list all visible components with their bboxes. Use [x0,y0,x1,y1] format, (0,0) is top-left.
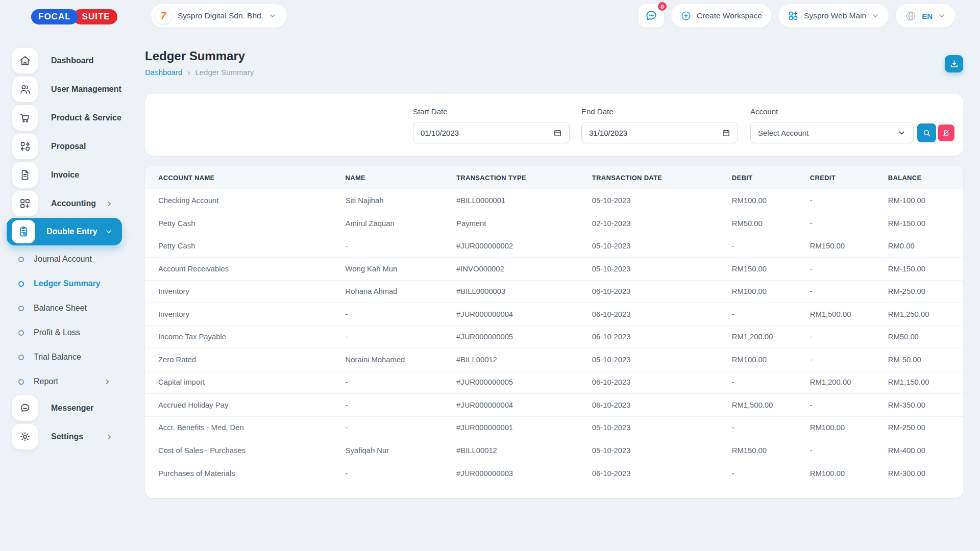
company-selector[interactable]: 7 Syspro Digital Sdn. Bhd. [151,4,287,28]
sidebar-subitem-ledger-summary[interactable]: Ledger Summary [0,271,129,296]
table-row[interactable]: Cost of Sales - Purchases Syafiqah Nur #… [145,439,963,462]
messages-button[interactable]: 0 [639,4,664,28]
table-row[interactable]: Account Receivables Wong Kah Mun #INVO00… [145,258,963,281]
bullet-icon [18,306,24,311]
home-icon [12,48,38,73]
cell-name: - [334,303,445,326]
sidebar-subitem-trial-balance[interactable]: Trial Balance [0,345,129,369]
cell-debit: RM100.00 [721,280,799,303]
clear-filter-button[interactable] [938,124,954,141]
workspace-selector[interactable]: Syspro Web Main [778,4,889,28]
sidebar-subitem-profit-loss[interactable]: Profit & Loss [0,320,129,345]
cell-debit: RM1,200.00 [721,325,799,348]
gear-icon [12,424,38,449]
column-header-transaction-type: TRANSACTION TYPE [445,166,581,189]
cell-transaction-date: 06-10-2023 [581,303,721,326]
cell-balance: RM-250.00 [877,280,963,303]
workspace-grid-icon [788,10,799,21]
sidebar-item-dashboard[interactable]: Dashboard [0,46,129,75]
language-selector[interactable]: EN [896,4,955,28]
table-row[interactable]: Inventory Rohana Ahmad #BILL0000003 06-1… [145,280,963,303]
bullet-icon [18,281,24,287]
table-row[interactable]: Checking Account Siti Najihah #BILL00000… [145,189,963,212]
table-row[interactable]: Accrued Holiday Pay - #JUR000000004 06-1… [145,394,963,417]
sidebar-item-double-entry[interactable]: Double Entry [7,218,122,245]
breadcrumb-separator: › [187,68,190,77]
cell-name: - [334,235,445,258]
cell-account-name: Accrued Holiday Pay [145,394,334,417]
chevron-down-icon [871,12,879,20]
sidebar-item-messenger[interactable]: Messenger [0,394,129,422]
cell-credit: RM100.00 [799,416,877,439]
calendar-icon [553,129,562,137]
table-row[interactable]: Inventory - #JUR000000004 06-10-2023 - R… [145,303,963,326]
cell-transaction-type: #INVO000002 [445,258,581,281]
bullet-icon [18,355,24,360]
cell-name: Siti Najihah [334,189,445,212]
cell-debit: - [721,416,799,439]
cell-transaction-date: 06-10-2023 [581,462,721,485]
chevron-down-icon [897,129,906,137]
company-name: Syspro Digital Sdn. Bhd. [178,11,263,20]
cell-transaction-date: 05-10-2023 [581,235,721,258]
cell-name: - [334,462,445,485]
cell-credit: - [799,439,877,462]
bullet-icon [18,257,24,262]
export-download-button[interactable] [945,55,963,72]
create-workspace-button[interactable]: Create Workspace [671,4,771,28]
sidebar-subitem-label: Report [34,377,58,386]
cell-name: Rohana Ahmad [334,280,445,303]
cell-transaction-date: 05-10-2023 [581,189,721,212]
end-date-input[interactable]: 31/10/2023 [581,122,738,143]
sidebar-item-proposal[interactable]: Proposal [0,132,129,161]
cell-balance: RM0.00 [877,235,963,258]
sidebar-subitem-balance-sheet[interactable]: Balance Sheet [0,296,129,320]
sidebar-subitem-label: Trial Balance [34,353,81,362]
clipboard-icon [12,220,35,243]
column-header-debit: DEBIT [721,166,799,189]
chevron-right-icon [104,378,111,386]
sidebar-item-accounting[interactable]: Accounting [0,189,129,218]
cell-balance: RM-300.00 [877,462,963,485]
sidebar-item-label: Proposal [51,142,86,151]
cell-transaction-type: #JUR000000005 [445,325,581,348]
cell-balance: RM-150.00 [877,258,963,281]
cell-debit: - [721,462,799,485]
cell-balance: RM50.00 [877,325,963,348]
cell-credit: RM1,500.00 [799,303,877,326]
table-row[interactable]: Zero Rated Noraini Mohamed #BILL00012 05… [145,348,963,371]
sidebar-subitem-journal-account[interactable]: Journal Account [0,247,129,271]
cell-transaction-type: #BILL0000001 [445,189,581,212]
cell-debit: RM100.00 [721,189,799,212]
cell-credit: - [799,325,877,348]
page-title: Ledger Summary [145,49,963,63]
proposal-icon [12,134,38,159]
cell-balance: RM-400.00 [877,439,963,462]
table-row[interactable]: Capital import - #JUR000000005 06-10-202… [145,371,963,394]
sidebar-item-user-management[interactable]: User Management [0,75,129,104]
breadcrumb-dashboard-link[interactable]: Dashboard [145,68,182,77]
company-logo-icon: 7 [154,7,173,25]
table-row[interactable]: Purchases of Materials - #JUR000000003 0… [145,462,963,485]
cell-transaction-date: 06-10-2023 [581,280,721,303]
table-row[interactable]: Petty Cash Amirul Zaquan Payment 02-10-2… [145,212,963,235]
table-row[interactable]: Petty Cash - #JUR000000002 05-10-2023 - … [145,235,963,258]
cell-transaction-type: #JUR000000004 [445,394,581,417]
sidebar-item-invoice[interactable]: Invoice [0,161,129,189]
create-workspace-label: Create Workspace [697,11,762,20]
cell-account-name: Capital import [145,371,334,394]
cart-icon [12,105,38,131]
sidebar-subitem-report[interactable]: Report [0,369,129,394]
cell-balance: RM-50.00 [877,348,963,371]
start-date-input[interactable]: 01/10/2023 [413,122,570,143]
cell-balance: RM-250.00 [877,416,963,439]
cell-name: Syafiqah Nur [334,439,445,462]
ledger-table-header: ACCOUNT NAME NAME TRANSACTION TYPE TRANS… [145,166,963,189]
table-row[interactable]: Income Tax Payable - #JUR000000005 06-10… [145,325,963,348]
table-row[interactable]: Accr. Benefits - Med, Den - #JUR00000000… [145,416,963,439]
account-select[interactable]: Select Account [750,122,914,143]
cell-transaction-type: #BILL0000003 [445,280,581,303]
search-button[interactable] [917,123,936,142]
sidebar-item-product-service[interactable]: Product & Service [0,104,129,132]
sidebar-item-settings[interactable]: Settings [0,422,129,451]
